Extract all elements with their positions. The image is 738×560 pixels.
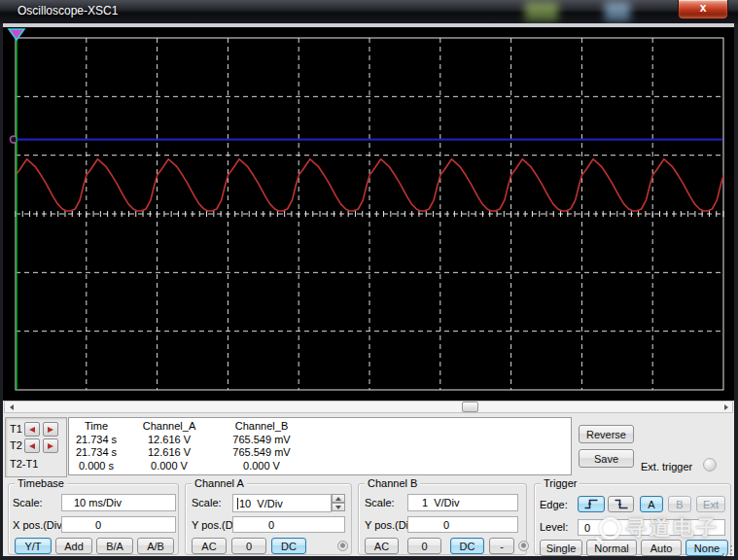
background-glass-blob-green — [525, 2, 558, 21]
timebase-xpos-field[interactable]: 0 — [61, 516, 176, 533]
channel-a-ypos-field[interactable]: 0 — [232, 516, 345, 533]
trigger-source-b-button[interactable]: B — [668, 496, 691, 512]
window-frame-left — [0, 23, 3, 560]
scrollbar-thumb[interactable] — [462, 402, 478, 412]
delta-readout-row: 0.000 s 0.000 V 0.000 V — [69, 460, 571, 473]
trigger-level-value: 0 — [579, 522, 590, 534]
channel-a-ac-button[interactable]: AC — [192, 538, 227, 554]
channel-b-ypos-field[interactable]: 0 — [407, 516, 518, 533]
add-mode-button[interactable]: Add — [55, 538, 92, 554]
timebase-xpos-value: 0 — [62, 519, 101, 531]
channel-a-scale-spinner[interactable] — [332, 494, 345, 512]
t1-channel-a: 12.616 V — [123, 434, 215, 447]
trigger-single-button[interactable]: Single — [540, 540, 582, 556]
scrollbar-left-arrow-icon[interactable] — [5, 402, 18, 412]
channel-b-scale-field[interactable]: 1 V/Div — [407, 494, 518, 511]
background-glass-blob-blue — [605, 2, 630, 21]
reverse-button[interactable]: Reverse — [579, 425, 634, 443]
channel-b-header: Channel_B — [215, 420, 308, 434]
t2-time: 21.734 s — [69, 446, 123, 460]
falling-edge-button[interactable] — [608, 496, 634, 512]
scope-display — [3, 27, 734, 401]
trigger-edge-label: Edge: — [540, 499, 568, 510]
spinner-up-icon[interactable] — [332, 494, 345, 503]
trigger-group: Trigger Edge: A B Ext Level: 0 Single No… — [534, 483, 731, 555]
timebase-scale-label: Scale: — [13, 497, 43, 508]
t1-readout-row: 21.734 s 12.616 V 765.549 mV — [69, 434, 571, 447]
window-frame-bottom — [0, 556, 738, 560]
left-arrow-icon — [29, 427, 35, 433]
left-arrow-icon — [29, 443, 35, 449]
channel-b-zero-button[interactable]: 0 — [407, 538, 441, 554]
channel-b-title: Channel B — [365, 477, 420, 489]
channel-b-scale-label: Scale: — [365, 497, 395, 508]
channel-a-zero-button[interactable]: 0 — [231, 538, 266, 554]
save-button[interactable]: Save — [579, 449, 634, 468]
channel-b-ac-button[interactable]: AC — [365, 538, 399, 554]
trigger-level-field[interactable]: 0 — [578, 519, 725, 536]
t1-time: 21.734 s — [69, 434, 123, 447]
timebase-title: Timebase — [15, 477, 67, 489]
ab-mode-button[interactable]: A/B — [137, 538, 174, 554]
spinner-down-icon[interactable] — [332, 503, 345, 511]
channel-b-scale-value: 1 V/Div — [408, 497, 460, 508]
scope-scrollbar[interactable] — [4, 401, 733, 413]
channel-a-scale-label: Scale: — [192, 497, 222, 508]
yt-mode-button[interactable]: Y/T — [15, 538, 52, 554]
t2-right-button[interactable] — [43, 438, 58, 453]
channel-b-group: Channel B Scale: 1 V/Div Y pos.(Div): 0 … — [358, 483, 527, 555]
t1-right-button[interactable] — [43, 422, 58, 437]
scrollbar-right-arrow-icon[interactable] — [720, 402, 732, 412]
readout-header-row: Time Channel_A Channel_B — [69, 418, 571, 434]
delta-time: 0.000 s — [69, 460, 123, 473]
trigger-source-ext-button[interactable]: Ext — [696, 496, 725, 512]
channel-a-indicator — [337, 541, 348, 551]
rising-edge-icon — [583, 498, 599, 510]
close-button[interactable]: x — [678, 0, 728, 19]
timebase-group: Timebase Scale: 10 ms/Div X pos.(Div): 0… — [8, 483, 179, 555]
timebase-scale-field[interactable]: 10 ms/Div — [61, 494, 176, 511]
delta-channel-a: 0.000 V — [123, 460, 215, 473]
ext-trigger-indicator — [703, 458, 717, 472]
channel-b-dc-button[interactable]: DC — [450, 538, 484, 554]
right-arrow-icon — [48, 427, 53, 433]
channel-a-dc-button[interactable]: DC — [271, 538, 306, 554]
rising-edge-button[interactable] — [578, 496, 605, 512]
cursor-control-box: T1 T2 T2-T1 — [5, 417, 67, 477]
trigger-level-label: Level: — [540, 521, 568, 533]
trigger-normal-button[interactable]: Normal — [586, 540, 637, 556]
delta-channel-b: 0.000 V — [215, 460, 308, 473]
channel-b-indicator — [518, 541, 529, 551]
trigger-title: Trigger — [541, 477, 580, 489]
channel-a-title: Channel A — [192, 477, 247, 489]
t2-channel-b: 765.549 mV — [215, 446, 308, 460]
t2-readout-row: 21.734 s 12.616 V 765.549 mV — [69, 446, 571, 460]
channel-b-ypos-value: 0 — [408, 519, 449, 531]
title-bar[interactable]: Oscilloscope-XSC1 x — [0, 0, 738, 23]
trigger-auto-button[interactable]: Auto — [641, 540, 682, 556]
resize-grip[interactable] — [722, 545, 732, 555]
cursor-t2t1-label: T2-T1 — [10, 458, 38, 470]
channel-a-scale-value: 10 V/Div — [239, 498, 283, 509]
channel-b-minus-button[interactable]: - — [489, 538, 514, 554]
ext-trigger-label: Ext. trigger — [641, 461, 692, 472]
channel-a-group: Channel A Scale: 10 V/Div Y pos.(Div): 0… — [185, 483, 352, 555]
channel-a-scale-field[interactable]: 10 V/Div — [232, 494, 332, 512]
cursor-t1-label: T1 — [10, 423, 22, 435]
trigger-source-a-button[interactable]: A — [640, 496, 663, 512]
window-title: Oscilloscope-XSC1 — [18, 4, 118, 18]
timebase-xpos-label: X pos.(Div): — [13, 519, 68, 531]
falling-edge-icon — [614, 498, 629, 510]
t1-channel-b: 765.549 mV — [215, 434, 308, 447]
channel-a-ypos-value: 0 — [233, 519, 274, 531]
cursor-t2-label: T2 — [10, 439, 22, 451]
t2-channel-a: 12.616 V — [123, 446, 215, 460]
measurement-readout-panel: Time Channel_A Channel_B 21.734 s 12.616… — [68, 417, 572, 475]
ba-mode-button[interactable]: B/A — [96, 538, 133, 554]
time-header: Time — [69, 420, 123, 434]
window-frame-right — [734, 23, 738, 560]
scope-grid — [16, 38, 723, 390]
t2-left-button[interactable] — [24, 438, 40, 453]
right-arrow-icon — [48, 443, 53, 449]
t1-left-button[interactable] — [24, 422, 40, 437]
